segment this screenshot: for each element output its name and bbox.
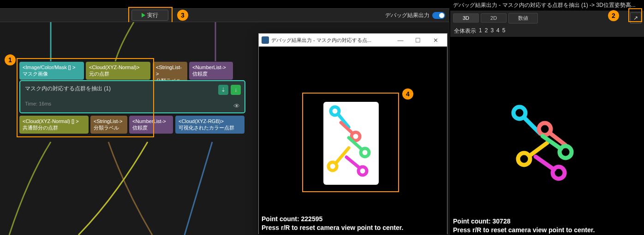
port-label: 分類ラベル	[94, 124, 124, 131]
node-body[interactable]: マスク内の対応する点群を抽出 (1) Time: 16ms ⇣ ↓ 👁	[19, 80, 245, 113]
right-panel: デバッグ結果出力 - マスク内の対応する点群を抽出 (1) -> 3D位置姿勢高…	[450, 0, 644, 235]
popup-status: Point count: 222595 Press r/R to reset c…	[262, 215, 403, 233]
port-in-mask[interactable]: <Image/Color/Mask [] > マスク画像	[19, 62, 84, 80]
maximize-button[interactable]: ☐	[409, 37, 427, 44]
callout-1: 1	[5, 54, 16, 65]
index-label[interactable]: 全体表示	[454, 27, 476, 35]
port-in-cloud[interactable]: <Cloud(XYZ-Normal)> 元の点群	[86, 62, 150, 80]
callout-3: 3	[177, 10, 188, 21]
debug-output-label: デバッグ結果出力	[385, 12, 429, 19]
port-type: <Cloud(XYZ-RGB)>	[179, 118, 241, 124]
index-3[interactable]: 3	[490, 27, 494, 35]
minimize-button[interactable]: —	[392, 37, 409, 44]
port-label: 可視化されたカラー点群	[179, 124, 241, 131]
popup-titlebar[interactable]: デバッグ結果出力 - マスク内の対応する点... — ☐ ✕	[259, 34, 447, 47]
run-button[interactable]: 実行	[131, 10, 168, 21]
port-in-numbers[interactable]: <NumberList-> 信頼度	[189, 62, 233, 80]
port-type: <Cloud(XYZ-Normal) [] >	[23, 118, 85, 124]
port-type: <NumberList->	[192, 64, 230, 70]
close-button[interactable]: ✕	[427, 37, 444, 44]
port-label: 元の点群	[89, 70, 147, 77]
port-out-strings[interactable]: <StringList-> 分類ラベル	[90, 116, 127, 134]
right-render	[450, 37, 644, 235]
port-out-cloud[interactable]: <Cloud(XYZ-Normal) [] > 共通部分の点群	[19, 116, 89, 134]
popout-button[interactable]: ↗	[630, 12, 641, 24]
port-out-rgb[interactable]: <Cloud(XYZ-RGB)> 可視化されたカラー点群	[175, 116, 244, 134]
index-1[interactable]: 1	[479, 27, 482, 35]
index-5[interactable]: 5	[502, 27, 506, 35]
toolbar	[0, 8, 449, 22]
port-label: 共通部分の点群	[23, 124, 85, 131]
right-status: Point count: 30728 Press r/R to reset ca…	[453, 217, 595, 235]
port-out-numbers[interactable]: <NumberList-> 信頼度	[129, 116, 173, 134]
debug-output-toggle-row: デバッグ結果出力	[385, 12, 447, 19]
port-type: <StringList->	[156, 64, 184, 77]
debug-output-toggle[interactable]	[432, 12, 445, 19]
index-4[interactable]: 4	[496, 27, 500, 35]
app-icon	[262, 36, 269, 44]
right-viewport[interactable]: Point count: 30728 Press r/R to reset ca…	[450, 37, 644, 235]
port-type: <Image/Color/Mask [] >	[23, 64, 81, 70]
download-icon[interactable]: ↓	[231, 85, 241, 95]
port-label: マスク画像	[23, 70, 81, 77]
run-label: 実行	[147, 12, 158, 19]
visibility-icon[interactable]: 👁	[233, 102, 240, 110]
port-label: 信頼度	[132, 124, 170, 131]
callout-4: 4	[402, 88, 413, 100]
play-icon	[142, 13, 145, 18]
right-title: デバッグ結果出力 - マスク内の対応する点群を抽出 (1) -> 3D位置姿勢高…	[450, 0, 644, 11]
node-time: Time: 16ms	[25, 101, 240, 106]
port-type: <StringList->	[94, 118, 124, 124]
popup-title: デバッグ結果出力 - マスク内の対応する点...	[271, 37, 392, 44]
index-bar: 全体表示 1 2 3 4 5	[450, 25, 644, 37]
index-2[interactable]: 2	[485, 27, 488, 35]
tab-2d[interactable]: 2D	[481, 13, 507, 23]
tab-3d[interactable]: 3D	[453, 13, 479, 23]
debug-popup-window[interactable]: デバッグ結果出力 - マスク内の対応する点... — ☐ ✕ Point cou	[258, 33, 447, 234]
popup-render	[259, 47, 448, 235]
port-type: <NumberList->	[132, 118, 170, 124]
expand-icon[interactable]: ⇣	[218, 85, 228, 95]
port-label: 信頼度	[192, 70, 230, 77]
port-type: <Cloud(XYZ-Normal)>	[89, 64, 147, 70]
tab-values[interactable]: 数値	[508, 13, 538, 24]
callout-2: 2	[608, 10, 619, 21]
popup-viewport[interactable]: Point count: 222595 Press r/R to reset c…	[259, 47, 447, 235]
node-title: マスク内の対応する点群を抽出 (1)	[25, 85, 240, 93]
